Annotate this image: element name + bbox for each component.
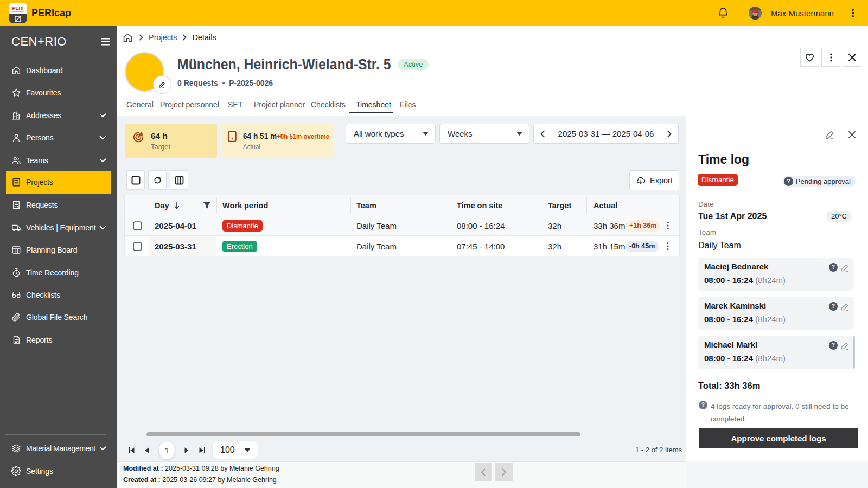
svg-text:?: ? [832, 303, 835, 309]
svg-text:?: ? [832, 342, 835, 348]
svg-text:?: ? [787, 178, 790, 184]
svg-text:?: ? [832, 264, 835, 270]
svg-text:?: ? [701, 402, 705, 408]
